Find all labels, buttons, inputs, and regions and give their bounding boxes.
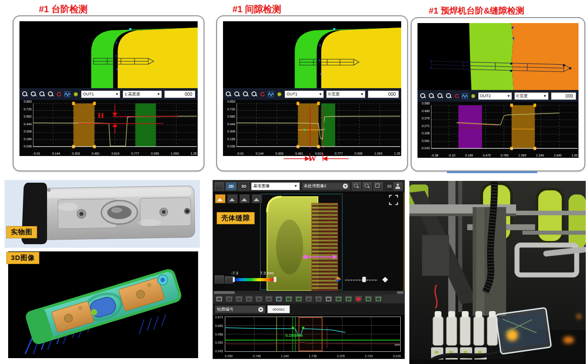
zoom-in-icon[interactable]	[39, 91, 45, 97]
image-source-value: 未处理图像2	[304, 183, 327, 189]
zoom-in-icon[interactable]	[242, 91, 249, 97]
zoom-area-icon[interactable]	[225, 91, 232, 97]
profile-graph: 0.585 0.480 0.375 0.271 0.166 0.061 -0.0…	[417, 102, 579, 158]
colorbar-max-handle[interactable]	[274, 277, 276, 282]
record-icon[interactable]	[354, 295, 363, 303]
zoom-in-icon[interactable]	[352, 182, 361, 190]
undo-icon[interactable]	[56, 91, 62, 97]
profile-graph-icon[interactable]	[64, 91, 71, 97]
measure-mode-select[interactable]: 0:宽度 ▼	[514, 92, 548, 100]
measure-roi[interactable]	[73, 104, 94, 147]
output-select[interactable]: OUT1 ▼	[285, 90, 324, 98]
position-slider-track[interactable]	[345, 279, 378, 281]
tick-label: 0.444	[24, 123, 32, 126]
zoom-out-icon[interactable]	[245, 295, 253, 303]
render-3d-image	[8, 251, 198, 358]
zoom-area-icon[interactable]	[22, 91, 28, 97]
settings-icon[interactable]	[470, 93, 476, 99]
tick-label: 0.873	[215, 316, 223, 319]
texture-view-icon[interactable]	[239, 194, 250, 203]
profile-graph-icon[interactable]	[268, 91, 274, 97]
zoom-area-icon[interactable]	[420, 93, 426, 99]
profile-graph-icon[interactable]	[462, 93, 468, 99]
zoom-out-icon[interactable]	[47, 91, 54, 97]
tick-label: 0.745	[253, 355, 261, 358]
tick-label: 0.144	[52, 152, 60, 155]
user-icon[interactable]	[394, 182, 403, 190]
x-axis-labels: 0.250 0.745 1.240 1.735 2.225 2.720 3.21…	[225, 355, 401, 358]
rotate-cw-icon[interactable]	[265, 295, 273, 303]
select-icon[interactable]	[215, 295, 223, 303]
measure-mode-select[interactable]: 1:高度差 ▼	[123, 90, 162, 98]
y-axis-labels: 0.853 0.720 0.582 0.444 0.306 0.169 0.03…	[19, 100, 33, 148]
tab-3d[interactable]: 3D	[238, 182, 249, 190]
undo-icon[interactable]	[260, 91, 266, 97]
zoom-fit-icon[interactable]	[374, 182, 383, 190]
measure-roi[interactable]	[298, 104, 318, 147]
layers-icon[interactable]	[215, 182, 224, 190]
target-icon[interactable]	[215, 275, 224, 284]
inspector-window: 2D 3D 基准图像 ▼ 未处理图像2 ▼ 95	[213, 180, 405, 359]
zoom-in-icon[interactable]	[235, 295, 243, 303]
mask-icon[interactable]	[314, 295, 323, 303]
scrollbar-end[interactable]	[397, 291, 403, 294]
zoom-fit-icon[interactable]	[225, 295, 233, 303]
roi-icon[interactable]	[324, 295, 333, 303]
settings-icon[interactable]	[276, 91, 282, 97]
profile-number-select[interactable]: 轮廓编号 ▼	[215, 305, 266, 313]
output-select[interactable]: OUT2 ▼	[478, 92, 512, 100]
overlay-icon[interactable]	[304, 295, 313, 303]
measure-roi[interactable]	[512, 105, 535, 148]
gap-roi-region[interactable]	[312, 203, 338, 291]
palette-icon[interactable]	[225, 276, 233, 284]
pan-icon[interactable]	[275, 295, 283, 303]
profile-plot	[33, 101, 197, 149]
height-image-icon[interactable]	[215, 194, 226, 203]
profile-plot	[431, 103, 578, 151]
reference-roi[interactable]	[135, 104, 156, 147]
undo-icon[interactable]	[454, 93, 460, 99]
inspection-toolbar	[213, 294, 404, 303]
zoom-out-icon[interactable]	[446, 93, 452, 99]
profile-icon[interactable]	[344, 295, 353, 303]
zoom-sel-icon[interactable]	[30, 91, 37, 97]
screenshot-icon[interactable]	[374, 295, 383, 303]
image-source-select[interactable]: 未处理图像2 ▼	[302, 182, 350, 190]
reference-image-select[interactable]: 基准图像 ▼	[251, 182, 299, 190]
zoom-out-icon[interactable]	[363, 182, 372, 190]
position-slider-handle[interactable]	[362, 277, 366, 282]
photo-label: 实物图	[6, 226, 37, 238]
mask-roi[interactable]	[458, 105, 482, 148]
view-mode-buttons	[215, 194, 262, 203]
output-select[interactable]: OUT1 ▼	[81, 90, 120, 98]
horizontal-scrollbar[interactable]	[213, 291, 404, 294]
result-value-box[interactable]: 000	[551, 92, 576, 100]
scale-max-label: 7.3 mm	[260, 271, 274, 275]
measure-mode-select[interactable]: 0:宽度 ▼	[326, 90, 365, 98]
position-view-icon[interactable]	[251, 194, 262, 203]
zoom-out-icon[interactable]	[251, 91, 257, 97]
zoom-in-icon[interactable]	[437, 93, 443, 99]
settings-icon[interactable]	[73, 91, 79, 97]
height-map-view	[223, 21, 401, 88]
tick-label: -0.01	[33, 152, 40, 155]
height-map-view	[19, 21, 198, 88]
result-value-box[interactable]: 000	[164, 90, 195, 98]
divider	[447, 171, 537, 173]
profile-view-icon[interactable]	[227, 194, 238, 203]
rotate-ccw-icon[interactable]	[255, 295, 263, 303]
compare-icon[interactable]	[294, 295, 303, 303]
inspector-topbar: 2D 3D 基准图像 ▼ 未处理图像2 ▼ 95	[213, 180, 404, 192]
grid-icon[interactable]	[285, 295, 293, 303]
measure-icon[interactable]	[334, 295, 343, 303]
result-value-box[interactable]: 000	[368, 90, 399, 98]
profile-number-value[interactable]: 000061	[267, 305, 290, 313]
width-annotation: W	[308, 154, 316, 163]
tab-2d[interactable]: 2D	[226, 182, 237, 190]
zoom-sel-icon[interactable]	[234, 91, 240, 97]
export-icon[interactable]	[364, 295, 373, 303]
tick-label: 1.25	[190, 152, 197, 155]
zoom-sel-icon[interactable]	[428, 93, 435, 99]
vision-panel-gap: OUT1 ▼ 0:宽度 ▼ 000 0.853 0.720 0.582 0.44…	[216, 15, 408, 171]
scrollbar-thumb[interactable]	[214, 291, 235, 294]
